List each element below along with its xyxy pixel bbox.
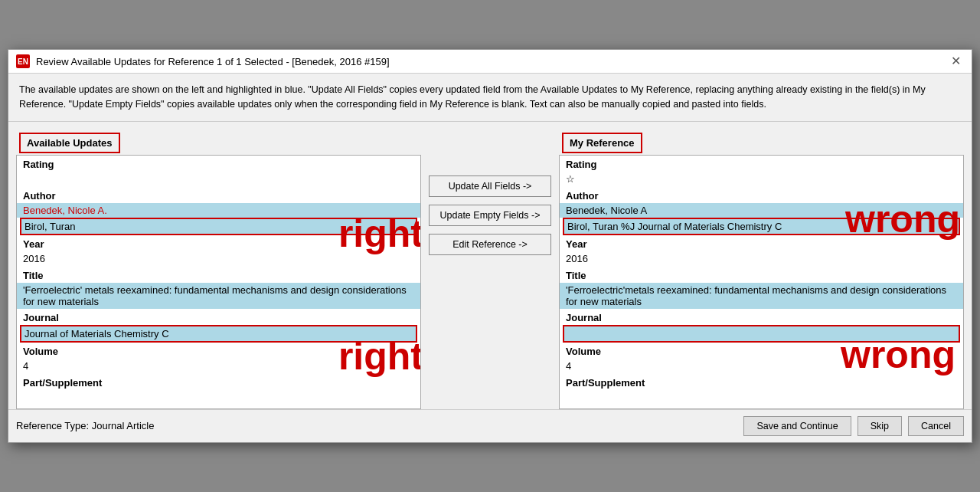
- right-part-value: [560, 390, 963, 405]
- right-panel-header: My Reference: [562, 133, 642, 153]
- left-year-value: 2016: [17, 251, 420, 267]
- right-author-label: Author: [560, 187, 963, 203]
- left-journal-label: Journal: [17, 309, 420, 325]
- right-year-value: 2016: [560, 251, 963, 267]
- left-year-label: Year: [17, 235, 420, 251]
- left-author-row-2: Birol, Turan right: [20, 218, 417, 235]
- footer: Reference Type: Journal Article Save and…: [8, 409, 972, 442]
- right-rating-label: Rating: [560, 156, 963, 172]
- left-author-row-1: Benedek, Nicole A.: [17, 203, 420, 218]
- left-part-value: [17, 390, 420, 405]
- description-text: The available updates are shown on the l…: [8, 74, 972, 122]
- main-dialog: EN Review Available Updates for Referenc…: [8, 49, 972, 443]
- right-volume-label: Volume: [560, 343, 963, 359]
- left-part-label: Part/Supplement: [17, 374, 420, 390]
- update-empty-button[interactable]: Update Empty Fields ->: [429, 205, 551, 226]
- left-rating-value: [17, 172, 420, 187]
- right-journal-value: wrong: [563, 325, 960, 343]
- left-panel-header: Available Updates: [19, 133, 120, 153]
- right-panel-wrapper: My Reference Rating ☆ Author Benedek, Ni…: [559, 130, 964, 409]
- right-year-label: Year: [560, 235, 963, 251]
- right-author-row-2: Birol, Turan %J Journal of Materials Che…: [563, 218, 960, 235]
- edit-reference-button[interactable]: Edit Reference ->: [429, 234, 551, 255]
- right-volume-value: 4: [560, 359, 963, 374]
- left-rating-label: Rating: [17, 156, 420, 172]
- reference-type-label: Reference Type: Journal Article: [16, 420, 154, 431]
- left-panel-wrapper: Available Updates Rating Author Benedek,…: [16, 130, 421, 409]
- right-title-label: Title: [560, 267, 963, 283]
- right-panel: Rating ☆ Author Benedek, Nicole A wrong …: [559, 155, 964, 409]
- left-journal-value: Journal of Materials Chemistry C right: [20, 325, 417, 343]
- footer-buttons: Save and Continue Skip Cancel: [743, 416, 964, 436]
- left-title-value: 'Ferroelectric' metals reexamined: funda…: [17, 283, 420, 309]
- left-volume-label: Volume: [17, 343, 420, 359]
- dialog-title: Review Available Updates for Reference 1…: [36, 56, 942, 67]
- save-continue-button[interactable]: Save and Continue: [743, 416, 851, 436]
- middle-panel: Update All Fields -> Update Empty Fields…: [421, 130, 559, 409]
- close-button[interactable]: ✕: [948, 55, 964, 67]
- right-panel-scroll[interactable]: Rating ☆ Author Benedek, Nicole A wrong …: [560, 156, 963, 408]
- cancel-button[interactable]: Cancel: [908, 416, 964, 436]
- right-author-row-1: Benedek, Nicole A wrong: [560, 203, 963, 218]
- title-bar: EN Review Available Updates for Referenc…: [8, 50, 972, 74]
- right-part-label: Part/Supplement: [560, 374, 963, 390]
- main-content: Available Updates Rating Author Benedek,…: [8, 122, 972, 409]
- left-author-label: Author: [17, 187, 420, 203]
- left-panel: Rating Author Benedek, Nicole A. Birol, …: [16, 155, 421, 409]
- update-all-button[interactable]: Update All Fields ->: [429, 175, 551, 197]
- left-title-label: Title: [17, 267, 420, 283]
- app-icon: EN: [16, 54, 30, 68]
- skip-button[interactable]: Skip: [858, 416, 902, 436]
- left-volume-value: 4: [17, 359, 420, 374]
- right-title-value: 'Ferroelectric'metals reexamined: fundam…: [560, 283, 963, 309]
- left-panel-scroll[interactable]: Rating Author Benedek, Nicole A. Birol, …: [17, 156, 420, 408]
- right-journal-label: Journal: [560, 309, 963, 325]
- right-rating-value: ☆: [560, 172, 963, 187]
